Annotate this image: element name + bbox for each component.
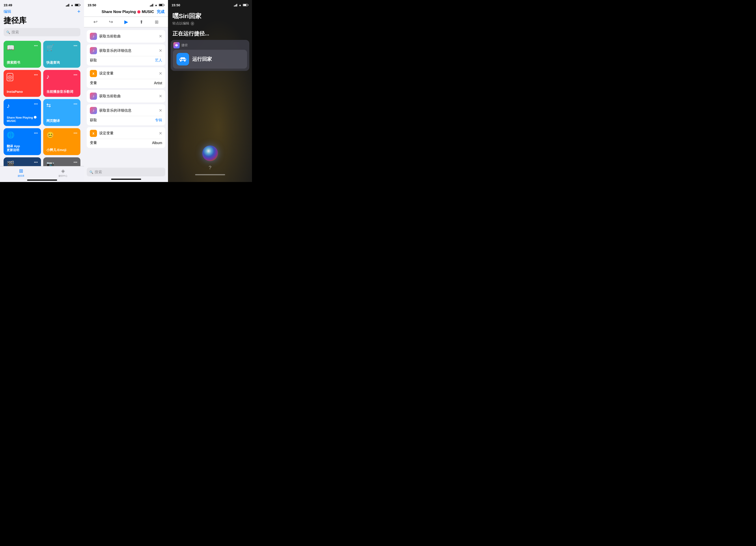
card-app-name: 捷径	[181, 43, 188, 47]
shortcut-card-emoji[interactable]: 😊 ••• 小辫儿 Emoji	[43, 128, 81, 155]
card-header: 捷径	[171, 40, 249, 50]
svg-rect-3	[180, 59, 181, 60]
search-bar-1[interactable]: 🔍 搜索	[4, 28, 80, 36]
siri-orb[interactable]	[202, 145, 218, 161]
card-menu-delivery[interactable]: •••	[73, 44, 77, 47]
action-title-4: 获取当前歌曲	[99, 94, 157, 99]
panel2-action-bar: ↩ ↪ ▶ ⬆ ⊞	[84, 17, 168, 27]
page-title: 捷径库	[4, 15, 80, 26]
panel2-status-wrap: 15:50 ▲	[84, 0, 168, 8]
action-icon-music-4: ♪	[90, 107, 97, 114]
shortcut-card-movie[interactable]: 🎬 ••• 搜索电影	[4, 157, 41, 166]
close-block-4[interactable]: ✕	[159, 94, 162, 99]
card-menu-insta[interactable]: •••	[34, 73, 38, 77]
action-block-variable-2: x 设定变量 ✕ 变量 Album	[87, 127, 165, 148]
card-menu-web-translate[interactable]: •••	[73, 102, 77, 106]
card-label-web-translate: 网页翻译	[46, 119, 78, 123]
panel2-title: Share Now Playing MUSIC	[102, 10, 154, 14]
card-icon-movie: 🎬	[7, 160, 15, 166]
card-menu-share[interactable]: •••	[34, 102, 38, 106]
action-title-6: 设定变量	[99, 131, 157, 136]
search-placeholder-1: 搜索	[11, 30, 19, 35]
signal-icon-3	[234, 4, 237, 6]
card-icon-lyrics: ♪	[46, 73, 50, 80]
card-menu-watermark[interactable]: •••	[73, 160, 77, 164]
card-label-translate-app: 翻译 App更新说明	[7, 144, 38, 152]
question-button[interactable]: ?	[209, 165, 211, 170]
status-icons-3: ▲	[234, 3, 248, 7]
shortcut-card-delivery[interactable]: 🛒 ••• 快递查询	[43, 41, 81, 68]
card-menu-lyrics[interactable]: •••	[73, 73, 77, 77]
search-placeholder-2: 搜索	[95, 169, 102, 174]
panel2-titlebar: Share Now Playing MUSIC 完成	[84, 8, 168, 17]
svg-point-2	[184, 60, 185, 62]
undo-button[interactable]: ↩	[93, 19, 97, 25]
status-bar-3: 15:50 ▲	[168, 0, 252, 8]
nav-item-gallery[interactable]: ◈ 捷径中心	[42, 168, 84, 177]
action-title-3: 设定变量	[99, 71, 157, 76]
time-3: 15:50	[172, 3, 180, 7]
close-block-3[interactable]: ✕	[159, 71, 162, 76]
card-label-insta: InstaPano	[7, 90, 38, 94]
shortcut-card-lyrics[interactable]: ♪ ••• 当前播放音乐歌词	[43, 70, 81, 97]
nav-gallery-label: 捷径中心	[58, 174, 67, 177]
card-menu-translate-app[interactable]: •••	[34, 131, 38, 135]
wifi-icon-3: ▲	[239, 3, 241, 7]
detail-label-2: 变量	[90, 81, 97, 85]
settings-button[interactable]: ⊞	[155, 19, 159, 25]
share-button[interactable]: ⬆	[140, 19, 143, 25]
shortcuts-grid: 📖 ••• 搜索图书 🛒 ••• 快递查询 ◎ ••• InstaPano ♪	[0, 41, 84, 166]
close-block-2[interactable]: ✕	[159, 48, 162, 53]
siri-title: 嘿Siri回家	[168, 8, 252, 21]
variable-icon-2: x	[90, 130, 97, 137]
shortcut-card-watermark[interactable]: 📷 ••• 给 iPhone添加相机水印	[43, 157, 81, 166]
detail-value-1[interactable]: 艺人	[155, 58, 162, 63]
panel-shortcut-editor: 15:50 ▲ Share Now Pla	[84, 0, 168, 182]
nav-item-library[interactable]: ⊞ 捷径库	[0, 168, 42, 177]
nav-gallery-icon: ◈	[61, 168, 65, 174]
action-detail-3: 获取 专辑	[90, 118, 162, 123]
detail-label-1: 获取	[90, 58, 97, 63]
card-label-lyrics: 当前播放音乐歌词	[46, 90, 78, 94]
close-block-5[interactable]: ✕	[159, 108, 162, 113]
action-icon-music-2: ♪	[90, 47, 97, 54]
panel3-bottom: ?	[168, 71, 252, 182]
panel1-top-row: 编辑 +	[4, 8, 80, 15]
card-menu-book[interactable]: •••	[34, 44, 38, 47]
wifi-icon-1: ▲	[71, 3, 73, 7]
shortcut-card-translate-app[interactable]: 🌐 ••• 翻译 App更新说明	[4, 128, 41, 155]
shortcut-run-label: 运行回家	[192, 56, 212, 62]
detail-label-4: 变量	[90, 140, 97, 145]
card-menu-movie[interactable]: •••	[34, 160, 38, 164]
home-indicator-1	[27, 179, 57, 181]
detail-value-2[interactable]: Artist	[154, 81, 162, 85]
panel2-search-bar[interactable]: 🔍 搜索	[87, 168, 165, 176]
card-menu-emoji[interactable]: •••	[73, 131, 77, 135]
redo-button[interactable]: ↪	[109, 19, 113, 25]
detail-value-3[interactable]: 专辑	[155, 118, 162, 123]
title-text: Share Now Playing	[102, 10, 136, 14]
edit-button[interactable]: 编辑	[4, 9, 11, 14]
search-icon-2: 🔍	[89, 170, 93, 174]
shortcut-card-share[interactable]: ♪ ••• Share Now Playing MUSIC	[4, 99, 41, 126]
shortcut-card-insta[interactable]: ◎ ••• InstaPano	[4, 70, 41, 97]
done-button[interactable]: 完成	[157, 9, 164, 14]
chevron-right-icon[interactable]: ›	[191, 22, 194, 26]
battery-icon-2	[159, 4, 164, 6]
card-icon-delivery: 🛒	[46, 44, 54, 51]
close-block-1[interactable]: ✕	[159, 34, 162, 39]
close-block-6[interactable]: ✕	[159, 131, 162, 136]
shortcut-card-web-translate[interactable]: ⇆ ••• 网页翻译	[43, 99, 81, 126]
action-icon-music-3: ♪	[90, 93, 97, 100]
action-block-music-detail-1: ♪ 获取音乐的详细信息 ✕ 获取 艺人	[87, 44, 165, 65]
add-shortcut-button[interactable]: +	[77, 8, 80, 15]
detail-label-3: 获取	[90, 118, 97, 123]
detail-value-4[interactable]: Album	[152, 141, 162, 145]
svg-point-1	[180, 60, 181, 62]
card-icon-translate-app: 🌐	[7, 131, 15, 139]
shortcut-card-book[interactable]: 📖 ••• 搜索图书	[4, 41, 41, 68]
play-button[interactable]: ▶	[124, 19, 128, 25]
panel2-content: ♪ 获取当前歌曲 ✕ ♪ 获取音乐的详细信息 ✕ 获取 艺人 x 设定变量 ✕	[84, 27, 168, 166]
signal-icon-2	[150, 4, 153, 6]
action-detail-1: 获取 艺人	[90, 58, 162, 63]
